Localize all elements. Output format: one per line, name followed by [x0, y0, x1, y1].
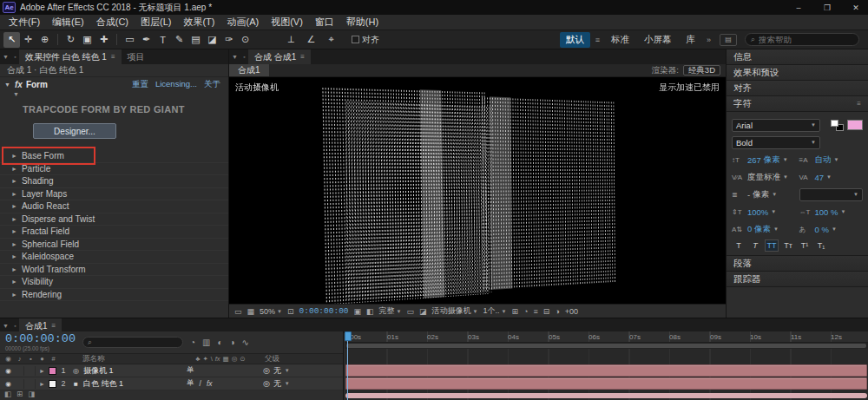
effect-licensing-link[interactable]: Licensing... [155, 79, 197, 90]
group-fractal-field[interactable]: ►Fractal Field [0, 226, 228, 239]
menu-effect[interactable]: 效果(T) [177, 16, 220, 29]
faux-bold-button[interactable]: T [732, 239, 746, 252]
effects-presets-panel-header[interactable]: 效果和预设 [727, 65, 868, 81]
panel-menu-icon[interactable]: ≡ [111, 53, 115, 61]
composition-viewport[interactable]: 活动摄像机 显示加速已禁用 [229, 77, 726, 304]
current-time-indicator-line[interactable] [347, 331, 348, 400]
layer-lock-cell[interactable] [26, 366, 36, 376]
group-rendering[interactable]: ►Rendering [0, 289, 228, 302]
panel-menu-icon[interactable]: ≡ [52, 322, 56, 330]
resolution-dropdown[interactable]: 完整▼ [379, 305, 402, 317]
lock-column-icon[interactable]: ▪ [26, 355, 36, 363]
group-world-transform[interactable]: ►World Transform [0, 264, 228, 277]
menu-help[interactable]: 帮助(H) [340, 16, 385, 29]
layer-switches[interactable]: 单 [183, 365, 258, 376]
tracker-panel-header[interactable]: 跟踪器 [727, 272, 868, 287]
workspace-default[interactable]: 默认 [560, 32, 590, 48]
menu-window[interactable]: 窗口 [309, 16, 340, 29]
twirl-icon[interactable]: ► [11, 266, 17, 272]
menu-layer[interactable]: 图层(L) [135, 16, 177, 29]
selection-tool[interactable]: ↖ [3, 32, 20, 48]
paragraph-panel-header[interactable]: 段落 [727, 256, 868, 272]
renderer-button[interactable]: 经典3D [683, 65, 720, 75]
channels-icon[interactable]: ◧ [366, 307, 374, 316]
align-panel-header[interactable]: 对齐 [727, 81, 868, 96]
view-layout-dropdown[interactable]: 1个..▼ [483, 305, 507, 317]
workspace-overflow-icon[interactable]: » [704, 36, 713, 44]
frame-blending-icon[interactable]: ◐ [218, 338, 223, 347]
close-button[interactable]: ✕ [844, 0, 868, 15]
shy-layers-icon[interactable]: ▥ [202, 338, 210, 347]
twirl-icon[interactable]: ► [11, 178, 17, 184]
layer-duration-bar-camera[interactable] [345, 364, 867, 377]
fast-previews-icon[interactable]: ◔ [523, 307, 528, 316]
comp-tab-comp1[interactable]: 合成1 [229, 64, 269, 76]
flowchart-icon[interactable]: ⊟ [543, 307, 550, 316]
effect-header-row[interactable]: ▼ fx Form 重置 Licensing... 关于 [0, 77, 228, 91]
motion-blur-icon[interactable]: ◑ [230, 338, 235, 347]
twirl-icon[interactable]: ► [11, 228, 17, 234]
parent-pickwhip-icon[interactable]: ◎ [263, 366, 270, 375]
timeline-search-box[interactable]: ⌕ [82, 337, 183, 348]
info-panel-header[interactable]: 信息 [727, 49, 868, 65]
zoom-tool[interactable]: ⊕ [36, 32, 53, 48]
local-axis-mode-icon[interactable]: ⟂ [283, 32, 299, 48]
composition-mini-flowchart-icon[interactable]: ◔ [190, 338, 195, 347]
small-caps-button[interactable]: Tᴛ [781, 239, 795, 252]
menu-animation[interactable]: 动画(A) [221, 16, 266, 29]
camera-view-dropdown[interactable]: 活动摄像机▼ [432, 305, 478, 317]
workspace-library[interactable]: 库 [680, 32, 701, 48]
layer-parent-dropdown[interactable]: ◎ 无 ▼ [260, 365, 339, 377]
menu-view[interactable]: 视图(V) [265, 16, 309, 29]
layer-parent-dropdown[interactable]: ◎ 无 ▼ [260, 378, 339, 390]
panel-chevron-icon[interactable]: ▼ [0, 49, 11, 64]
auto-leading-field[interactable]: ≡A自动▼ [799, 154, 864, 166]
font-size-field[interactable]: ↕T267像素▼ [732, 154, 796, 166]
workspace-menu-icon[interactable]: ≡ [593, 36, 602, 44]
superscript-button[interactable]: T¹ [798, 239, 812, 252]
always-preview-icon[interactable]: ▭ [234, 307, 242, 316]
stroke-style-select[interactable]: ▼ [799, 188, 864, 201]
layer-name[interactable]: 摄像机 1 [83, 365, 181, 377]
twirl-icon[interactable]: ► [11, 253, 17, 259]
group-disperse-and-twist[interactable]: ►Disperse and Twist [0, 213, 228, 226]
layer-visibility-toggle[interactable]: ◉ [3, 380, 13, 388]
group-base-form[interactable]: ►Base Form [0, 150, 228, 163]
rotation-tool[interactable]: ↻ [62, 32, 79, 48]
panel-menu-icon[interactable]: ≡ [857, 100, 861, 108]
effect-about-link[interactable]: 关于 [204, 79, 220, 90]
layer-audio-cell[interactable] [15, 366, 24, 376]
fill-stroke-chips[interactable] [831, 120, 844, 131]
panel-menu-icon[interactable]: ≡ [300, 53, 305, 61]
group-spherical-field[interactable]: ►Spherical Field [0, 239, 228, 252]
menu-file[interactable]: 文件(F) [3, 16, 46, 29]
type-tool[interactable]: T [155, 32, 171, 48]
hand-tool[interactable]: ✛ [20, 32, 36, 48]
expand-in-out-icon[interactable]: ◧ [4, 390, 11, 398]
all-caps-button[interactable]: TT [765, 239, 779, 252]
expand-transfer-icon[interactable]: ◨ [28, 390, 35, 398]
sync-settings-icon[interactable]: ▤ [720, 34, 737, 46]
fill-color-swatch[interactable] [847, 120, 863, 130]
pixel-aspect-icon[interactable]: ⊞ [512, 307, 519, 316]
layer-twirl-icon[interactable]: ► [37, 381, 47, 387]
expand-render-icon[interactable]: ⊞ [16, 390, 23, 398]
transparency-grid-icon[interactable]: ◪ [419, 307, 427, 316]
panel-grip-icon[interactable]: ▪ [11, 49, 19, 64]
parent-pickwhip-icon[interactable]: ◎ [263, 379, 270, 388]
magnification-dropdown[interactable]: 50%▼ [260, 307, 282, 316]
layer-duration-bar-solid[interactable] [345, 377, 867, 390]
twirl-icon[interactable]: ► [11, 203, 17, 209]
roto-brush-tool[interactable]: ✑ [220, 32, 237, 48]
tsume-field[interactable]: あ0 %▼ [799, 225, 864, 234]
group-particle[interactable]: ►Particle [0, 163, 228, 176]
group-visibility[interactable]: ►Visibility [0, 276, 228, 289]
maximize-button[interactable]: ❐ [815, 0, 839, 15]
twirl-icon[interactable]: ► [11, 153, 17, 159]
menu-composition[interactable]: 合成(C) [90, 16, 135, 29]
group-shading[interactable]: ►Shading [0, 175, 228, 188]
twirl-icon[interactable]: ► [11, 241, 17, 247]
shape-tool[interactable]: ▭ [122, 32, 138, 48]
layer-switches[interactable]: 单/fx [183, 378, 258, 389]
stroke-width-field[interactable]: ≣-像素▼ [732, 189, 796, 200]
